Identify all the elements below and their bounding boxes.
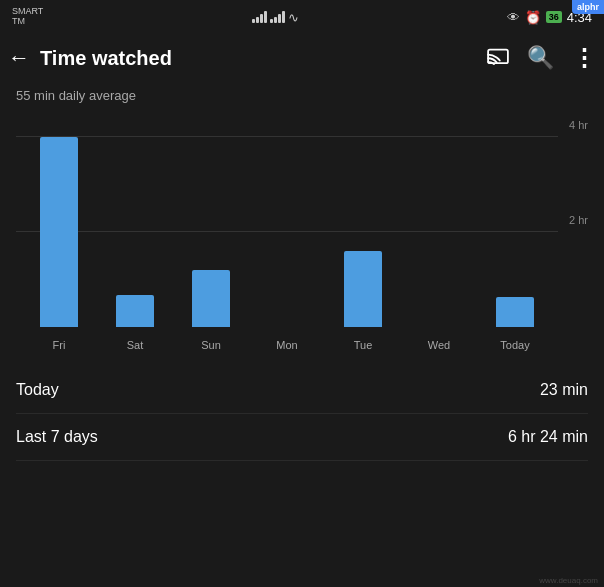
day-label-sun: Sun (173, 339, 249, 351)
bar-sun[interactable] (192, 270, 230, 327)
battery-level: 36 (546, 11, 562, 23)
cast-icon[interactable] (487, 47, 509, 70)
bar-today[interactable] (496, 297, 534, 327)
page-title: Time watched (40, 47, 487, 70)
alphr-badge: alphr (572, 0, 604, 14)
stat-value-0: 23 min (540, 381, 588, 399)
stat-row-1: Last 7 days6 hr 24 min (16, 414, 588, 461)
stat-value-1: 6 hr 24 min (508, 428, 588, 446)
signal-icon-1 (252, 11, 267, 23)
status-bar: SMART TM ∿ 👁 ⏰ 36 4:34 (0, 0, 604, 32)
stat-row-0: Today23 min (16, 367, 588, 414)
day-label-mon: Mon (249, 339, 325, 351)
search-icon[interactable]: 🔍 (527, 45, 554, 71)
stat-label-0: Today (16, 381, 59, 399)
grid-label-2hr: 2 hr (569, 214, 588, 226)
bar-sat[interactable] (116, 295, 154, 327)
bar-fri[interactable] (40, 137, 78, 327)
day-label-sat: Sat (97, 339, 173, 351)
watermark: www.deuaq.com (539, 576, 598, 585)
day-label-wed: Wed (401, 339, 477, 351)
day-label-tue: Tue (325, 339, 401, 351)
bar-group-fri (21, 137, 97, 327)
alarm-icon: ⏰ (525, 10, 541, 25)
stat-label-1: Last 7 days (16, 428, 98, 446)
grid-label-4hr: 4 hr (569, 119, 588, 131)
carrier-text2: TM (12, 17, 43, 27)
chart-container: 4 hr 2 hr FriSatSunMonTueWedToday (16, 111, 588, 351)
stats-section: Today23 minLast 7 days6 hr 24 min (0, 367, 604, 461)
svg-rect-0 (488, 49, 508, 63)
signal-icons: ∿ (252, 10, 299, 25)
bar-tue[interactable] (344, 251, 382, 327)
more-icon[interactable]: ⋮ (572, 44, 596, 72)
header-actions: 🔍 ⋮ (487, 44, 596, 72)
bar-group-tue (325, 251, 401, 327)
eye-icon: 👁 (507, 10, 520, 25)
bar-group-sat (97, 295, 173, 327)
signal-icon-2 (270, 11, 285, 23)
wifi-icon: ∿ (288, 10, 299, 25)
day-labels: FriSatSunMonTueWedToday (16, 339, 558, 351)
carrier-info: SMART TM (12, 7, 43, 27)
bars-area (16, 137, 558, 327)
header: ← Time watched 🔍 ⋮ (0, 32, 604, 84)
back-button[interactable]: ← (8, 45, 30, 71)
bar-group-today (477, 297, 553, 327)
day-label-today: Today (477, 339, 553, 351)
day-label-fri: Fri (21, 339, 97, 351)
subtitle: 55 min daily average (0, 84, 604, 111)
bar-group-sun (173, 270, 249, 327)
